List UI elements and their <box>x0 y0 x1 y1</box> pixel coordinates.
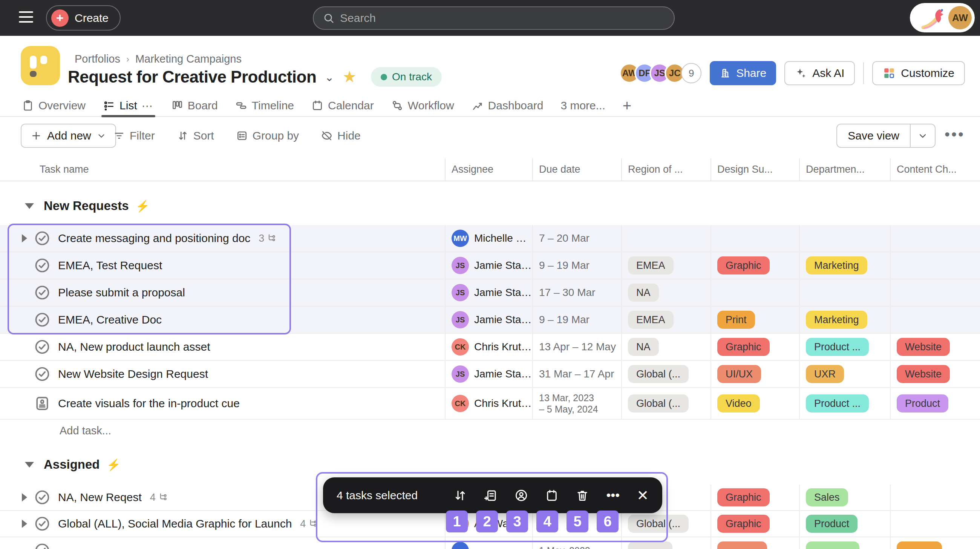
assignee-avatar[interactable]: CK <box>452 395 469 412</box>
more-actions-icon[interactable]: ••• <box>606 488 620 503</box>
due-date[interactable]: 9 – 19 Mar <box>539 314 590 326</box>
account-pill[interactable]: AW <box>910 3 975 32</box>
add-task-button[interactable]: Add task... <box>60 425 111 437</box>
tag-department[interactable]: Product ... <box>806 338 869 356</box>
favorite-star-icon[interactable]: ★ <box>342 69 356 85</box>
assign-icon[interactable] <box>514 489 528 502</box>
column-content[interactable]: Content Ch... <box>890 158 980 181</box>
group-by-button[interactable]: Group by <box>236 129 299 142</box>
save-view-button[interactable]: Save view <box>837 124 935 148</box>
hide-button[interactable]: Hide <box>321 129 361 142</box>
global-search[interactable] <box>313 6 675 30</box>
move-tasks-icon[interactable] <box>453 489 467 502</box>
shortcut-badge-5[interactable]: 5 <box>566 511 589 532</box>
close-icon[interactable]: ✕ <box>636 487 649 504</box>
tag-design[interactable] <box>717 541 767 549</box>
task-row[interactable]: NA, New product launch asset CKChris Kru… <box>0 334 980 361</box>
tag-department[interactable]: UXR <box>806 365 844 383</box>
sort-button[interactable]: Sort <box>177 129 214 142</box>
approval-stamp-icon[interactable] <box>34 395 51 412</box>
section-title[interactable]: New Requests <box>44 199 129 213</box>
share-button[interactable]: Share <box>710 61 776 85</box>
assignee-avatar[interactable]: JS <box>452 284 469 301</box>
set-due-date-icon[interactable] <box>545 489 558 502</box>
status-badge[interactable]: On track <box>371 67 442 87</box>
tag-region[interactable]: NA <box>628 283 659 302</box>
tag-department[interactable]: Product <box>806 515 858 533</box>
tag-design[interactable]: Print <box>717 311 755 329</box>
shortcut-badge-4[interactable]: 4 <box>536 511 558 532</box>
column-task-name[interactable]: Task name <box>0 158 445 181</box>
assignee-avatar[interactable]: JS <box>452 365 469 383</box>
tag-department[interactable]: Marketing <box>806 256 867 275</box>
tab-board[interactable]: Board <box>171 95 218 116</box>
user-avatar[interactable]: AW <box>948 6 972 29</box>
breadcrumb-portfolios[interactable]: Portfolios <box>75 53 120 65</box>
filter-button[interactable]: Filter <box>113 129 155 142</box>
due-date[interactable]: 1 May, 2023 <box>539 545 590 549</box>
assignee-avatar[interactable] <box>452 542 469 549</box>
tag-design[interactable]: Graphic <box>717 256 770 275</box>
tag-design[interactable]: UI/UX <box>717 365 761 383</box>
check-circle-icon[interactable] <box>34 284 51 301</box>
shortcut-badge-3[interactable]: 3 <box>506 511 528 532</box>
task-row[interactable]: New Website Design Request JSJamie Stapl… <box>0 361 980 388</box>
sidebar-toggle-icon[interactable] <box>19 11 33 26</box>
column-region[interactable]: Region of ... <box>621 158 711 181</box>
assignee-avatar[interactable]: JS <box>452 311 469 328</box>
check-circle-icon[interactable] <box>34 230 51 247</box>
tag-region[interactable]: Global (... <box>628 365 689 383</box>
tab-dashboard[interactable]: Dashboard <box>471 95 544 116</box>
tag-region[interactable]: EMEA <box>628 311 674 329</box>
add-view-button[interactable]: + <box>623 97 632 114</box>
rule-zap-icon[interactable]: ⚡ <box>136 199 150 213</box>
column-design[interactable]: Design Su... <box>711 158 799 181</box>
create-button[interactable]: + Create <box>46 5 121 30</box>
due-date[interactable]: 31 Mar – 17 Apr <box>539 368 614 380</box>
member-overflow-count[interactable]: 9 <box>681 63 702 83</box>
tag-design[interactable]: Graphic <box>717 338 770 356</box>
task-row[interactable]: Please submit a proposal JSJamie Stapl..… <box>0 279 980 307</box>
save-view-chevron[interactable] <box>910 124 935 147</box>
column-due-date[interactable]: Due date <box>532 158 621 181</box>
member-avatars[interactable]: AW DF JS JC 9 <box>619 63 702 83</box>
ask-ai-button[interactable]: Ask AI <box>784 61 855 85</box>
tag-design[interactable]: Graphic <box>717 488 770 506</box>
tag-content[interactable] <box>897 541 942 549</box>
expand-task-icon[interactable] <box>22 520 27 528</box>
check-circle-icon[interactable] <box>34 366 51 382</box>
tab-timeline[interactable]: Timeline <box>235 95 294 116</box>
tag-design[interactable]: Video <box>717 395 760 412</box>
list-tab-options-icon[interactable]: ⋯ <box>142 99 154 112</box>
tag-content[interactable]: Website <box>897 365 950 383</box>
add-to-project-icon[interactable] <box>484 489 498 502</box>
check-circle-icon[interactable] <box>34 542 51 549</box>
task-row[interactable]: Create messaging and positioning doc 3 M… <box>0 225 980 252</box>
tag-department[interactable]: Sales <box>806 488 848 506</box>
expand-task-icon[interactable] <box>22 493 27 501</box>
check-circle-icon[interactable] <box>34 516 51 532</box>
tab-list[interactable]: List ⋯ <box>103 95 154 116</box>
search-input[interactable] <box>340 12 665 24</box>
section-collapse-icon[interactable] <box>25 203 34 209</box>
due-date[interactable]: 13 Mar, 2023– 5 May, 2024 <box>539 392 598 415</box>
section-title[interactable]: Assigned <box>44 457 100 472</box>
delete-icon[interactable] <box>576 489 589 502</box>
section-collapse-icon[interactable] <box>25 462 34 468</box>
customize-button[interactable]: Customize <box>872 61 965 85</box>
shortcut-badge-1[interactable]: 1 <box>446 511 468 532</box>
due-date[interactable]: 13 Apr – 12 May <box>539 341 616 353</box>
check-circle-icon[interactable] <box>34 312 51 328</box>
tab-calendar[interactable]: Calendar <box>311 95 374 116</box>
tag-region[interactable]: Global (... <box>628 395 689 412</box>
column-department[interactable]: Departmen... <box>799 158 890 181</box>
shortcut-badge-6[interactable]: 6 <box>597 511 619 532</box>
assignee-avatar[interactable]: MW <box>452 230 469 247</box>
column-assignee[interactable]: Assignee <box>445 158 532 181</box>
tag-region[interactable]: EMEA <box>628 256 674 275</box>
tag-department[interactable]: Product ... <box>806 395 869 412</box>
tag-region[interactable] <box>628 541 673 549</box>
tab-overview[interactable]: Overview <box>22 95 86 116</box>
tag-content[interactable]: Website <box>897 338 950 356</box>
tag-region[interactable]: NA <box>628 338 659 356</box>
